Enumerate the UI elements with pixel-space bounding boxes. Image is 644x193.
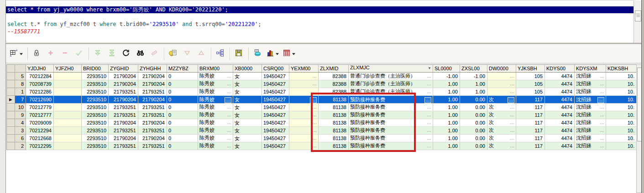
cell-brxm00[interactable]: …陈秀姣 [198,119,233,127]
row-number-cell[interactable]: 7 [15,96,26,104]
cell-yexm00[interactable]: … [289,142,319,150]
cell-mzzybz[interactable]: 0 [167,73,198,80]
cell-dw0000[interactable]: … [487,73,516,80]
dropdown-caret-icon[interactable] [275,50,279,58]
cell-yjfzh0[interactable] [54,119,82,127]
cell-yjfzh0[interactable] [54,88,82,96]
cell-sl0000[interactable]: 1.00 [433,142,460,150]
cell-yjksbh[interactable]: 117 [516,111,545,119]
cell-zlxmjc[interactable]: …预防接种服务费 [349,142,433,150]
cell-brxm00[interactable]: …陈秀姣 [198,111,233,119]
cell-zyghid[interactable]: 21790204 [109,119,138,127]
table-row[interactable]: 670212668229351021790204217902040…陈秀姣女19… [7,135,637,142]
row-indicator-cell[interactable] [7,142,15,150]
row-number-cell[interactable]: 6 [15,135,26,142]
cell-ellipsis-button[interactable]: … [225,97,231,103]
cell-kdysxm[interactable]: …沈招娣 [575,127,606,135]
cell-yexm00[interactable]: … [289,88,319,96]
cell-zxsl00[interactable]: 0.00 [460,104,487,111]
cell-zlxmjc[interactable]: …预防接种服务费 [349,119,433,127]
cell-kdys00[interactable]: 4474 [545,135,575,142]
cell-kdysxm[interactable]: …沈招娣 [575,88,606,96]
cell-kdksbh[interactable]: 10. [606,142,637,150]
cell-brxm00[interactable]: …陈秀姣 [198,73,233,80]
column-header-brxm00[interactable]: BRXM00 [198,65,233,73]
column-header-yjfzh0[interactable]: YJFZH0 [54,65,82,73]
cell-yjksbh[interactable]: 105 [516,73,545,80]
cell-mzzybz[interactable]: 0 [167,127,198,135]
cell-xb0000[interactable]: 女 [233,96,262,104]
cell-brid00[interactable]: 2293510 [82,135,109,142]
cell-csrq00[interactable]: 19450427 [262,80,289,88]
cell-kdysxm[interactable]: …沈招娣 [575,135,606,142]
cell-kdys00[interactable]: 4474 [545,104,575,111]
cell-brid00[interactable]: 2293510 [82,96,109,104]
cell-dw0000[interactable]: …次 [487,111,516,119]
cell-zxsl00[interactable]: 0.00 [460,142,487,150]
cell-csrq00[interactable]: 19450427 [262,104,289,111]
cell-brxm00[interactable]: …陈秀姣 [198,88,233,96]
cell-csrq00[interactable]: 19450427 [262,142,289,150]
cell-zyghid[interactable]: 21793251 [109,104,138,111]
cell-kdysxm[interactable]: …沈招娣 [575,104,606,111]
cell-csrq00[interactable]: 19450427 [262,119,289,127]
cell-yexm00[interactable]: … [289,104,319,111]
cell-zxsl00[interactable]: 0.00 [460,111,487,119]
cell-zxsl00[interactable]: 0.00 [460,127,487,135]
cell-csrq00[interactable]: 19450427 [262,73,289,80]
cell-zyghid[interactable]: 21793251 [109,127,138,135]
cell-brid00[interactable]: 2293510 [82,80,109,88]
cell-zyhghh[interactable]: 21790204 [138,96,167,104]
cell-yjfzh0[interactable] [54,96,82,104]
cell-zyhghh[interactable]: 21793251 [138,127,167,135]
cell-zxsl00[interactable]: 1.00 [460,80,487,88]
cell-zyghid[interactable]: 21793251 [109,88,138,96]
cell-yjksbh[interactable]: 117 [516,96,545,104]
cell-yjdjh0[interactable]: 70212286 [26,88,54,96]
cell-kdksbh[interactable]: 10. [606,96,637,104]
cell-brxm00[interactable]: …陈秀姣 [198,127,233,135]
cell-yjdjh0[interactable]: 70212690 [26,96,54,104]
cell-dw0000[interactable]: … [487,80,516,88]
cell-xb0000[interactable]: 女 [233,80,262,88]
cell-xb0000[interactable]: 女 [233,119,262,127]
filter-dropdown-icon[interactable]: ▼ [428,65,431,72]
row-indicator-cell[interactable] [7,127,15,135]
cell-zlxmjc[interactable]: …普通门诊诊查费（主治医师） [349,88,433,96]
cell-yjdjh0[interactable]: 70212295 [26,142,54,150]
lock-button[interactable] [31,48,42,60]
cell-csrq00[interactable]: 19450427 [262,127,289,135]
cell-kdysxm[interactable]: …沈招娣 [575,80,606,88]
cell-mzzybz[interactable]: 0 [167,119,198,127]
row-indicator-cell[interactable] [7,88,15,96]
cell-mzzybz[interactable]: 0 [167,80,198,88]
column-header-mzzybz[interactable]: MZZYBZ [167,65,198,73]
cell-yexm00[interactable]: … [289,127,319,135]
cell-zyghid[interactable]: 21790204 [109,73,138,80]
cell-mzzybz[interactable]: 0 [167,135,198,142]
cell-xb0000[interactable]: 女 [233,104,262,111]
cell-kdys00[interactable]: 4474 [545,127,575,135]
cell-yjdjh0[interactable]: 70212284 [26,73,54,80]
cell-kdksbh[interactable]: 10. [606,104,637,111]
cell-zlxmjc[interactable]: …普通门诊诊查费（主治医师） [349,73,433,80]
cell-kdysxm[interactable]: …沈招娣 [575,142,606,150]
cell-yjdjh0[interactable]: 70212294 [26,127,54,135]
table-row[interactable]: 970212777229351021793251217932510…陈秀姣女19… [7,111,637,119]
cell-yexm00[interactable]: … [289,96,319,104]
cell-brid00[interactable]: 2293510 [82,73,109,80]
column-header-yjksbh[interactable]: YJKSBH [516,65,545,73]
cell-zxsl00[interactable]: 0.00 [460,119,487,127]
cell-kdys00[interactable]: 4474 [545,142,575,150]
cell-yjksbh[interactable]: 117 [516,127,545,135]
row-indicator-cell[interactable] [7,104,15,111]
column-header-sl0000[interactable]: SL0000 [433,65,460,73]
cell-csrq00[interactable]: 19450427 [262,88,289,96]
cell-brid00[interactable]: 2293510 [82,88,109,96]
table-row[interactable]: 870208739229351021790204217902040…陈秀姣女19… [7,80,637,88]
cell-csrq00[interactable]: 19450427 [262,111,289,119]
cell-mzzybz[interactable]: 0 [167,104,198,111]
cell-xb0000[interactable]: 女 [233,127,262,135]
copy-records-button[interactable] [168,48,178,60]
cell-sl0000[interactable]: 1.00 [433,104,460,111]
